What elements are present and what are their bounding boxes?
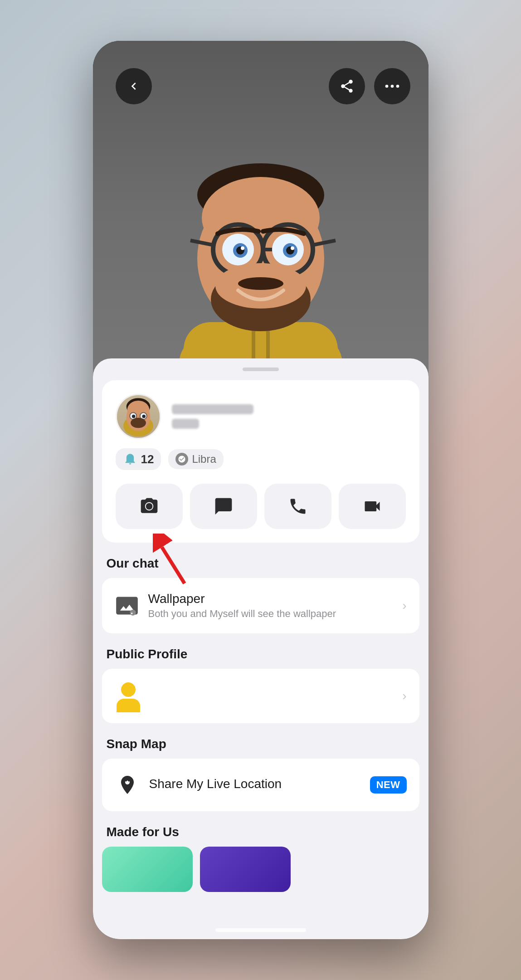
wallpaper-icon [115, 593, 139, 618]
location-icon [115, 772, 140, 798]
wallpaper-subtitle: Both you and Myself will see the wallpap… [148, 608, 394, 620]
profile-name-area [172, 404, 406, 429]
svg-line-42 [162, 547, 185, 583]
profile-avatar [116, 394, 161, 439]
svg-point-40 [131, 418, 146, 428]
made-item-1[interactable] [102, 847, 193, 892]
wallpaper-text: Wallpaper Both you and Myself will see t… [148, 592, 394, 620]
svg-point-0 [385, 85, 388, 88]
public-profile-label: Public Profile [93, 633, 428, 669]
svg-point-25 [291, 246, 294, 250]
new-badge: NEW [370, 776, 407, 794]
public-profile-item[interactable]: › [102, 669, 419, 723]
avatar-3d [143, 95, 379, 386]
camera-button[interactable] [116, 484, 183, 529]
svg-point-2 [396, 85, 399, 88]
snap-map-label: Snap Map [93, 723, 428, 759]
handle-blur [172, 419, 199, 429]
made-items-row [93, 847, 428, 892]
made-for-us-section: Made for Us [93, 811, 428, 892]
snap-map-card: Share My Live Location NEW [102, 759, 419, 811]
public-profile-card: › [102, 669, 419, 723]
back-button[interactable] [116, 68, 152, 104]
share-location-title: Share My Live Location [149, 777, 361, 791]
made-for-us-label: Made for Us [93, 811, 428, 847]
badges-row: 12 Libra [116, 448, 406, 470]
svg-point-24 [241, 246, 244, 250]
snap-score: 12 [141, 452, 154, 466]
share-location-text: Share My Live Location [149, 777, 361, 793]
wallpaper-item[interactable]: Wallpaper Both you and Myself will see t… [102, 578, 419, 633]
snap-score-badge[interactable]: 12 [116, 448, 161, 470]
svg-point-39 [142, 415, 146, 418]
avatar-header [93, 41, 428, 386]
video-button[interactable] [339, 484, 406, 529]
public-profile-icon [115, 682, 142, 710]
wallpaper-chevron: › [402, 598, 406, 613]
svg-point-43 [146, 503, 152, 510]
drag-handle [243, 368, 279, 371]
zodiac-badge[interactable]: Libra [168, 449, 223, 469]
action-buttons [116, 484, 406, 529]
our-chat-card: Wallpaper Both you and Myself will see t… [102, 578, 419, 633]
zodiac-icon [175, 453, 188, 466]
svg-point-38 [131, 415, 135, 418]
yellow-head [121, 682, 136, 697]
yellow-body [117, 699, 140, 712]
phone-frame: 12 Libra [93, 41, 428, 939]
share-button[interactable] [329, 68, 365, 104]
public-profile-chevron: › [402, 689, 406, 703]
snap-map-section: Snap Map Share My Live Location NEW [93, 723, 428, 811]
our-chat-label: Our chat [93, 543, 428, 578]
username-blur [172, 404, 253, 414]
public-profile-section: Public Profile › [93, 633, 428, 723]
ghost-icon [123, 452, 137, 466]
share-location-item[interactable]: Share My Live Location NEW [102, 759, 419, 811]
wallpaper-title: Wallpaper [148, 592, 394, 606]
zodiac-label: Libra [192, 453, 216, 466]
our-chat-section: Our chat Wallpaper Both you and Myself w… [93, 543, 428, 633]
more-button[interactable] [374, 68, 410, 104]
profile-card: 12 Libra [102, 380, 419, 543]
svg-point-29 [238, 277, 283, 290]
phone-button[interactable] [264, 484, 331, 529]
home-indicator [215, 928, 306, 932]
svg-point-44 [130, 610, 136, 616]
red-arrow-annotation [153, 534, 194, 590]
svg-point-1 [390, 85, 394, 88]
chat-button[interactable] [190, 484, 257, 529]
made-item-2[interactable] [200, 847, 291, 892]
bottom-sheet: 12 Libra [93, 358, 428, 939]
